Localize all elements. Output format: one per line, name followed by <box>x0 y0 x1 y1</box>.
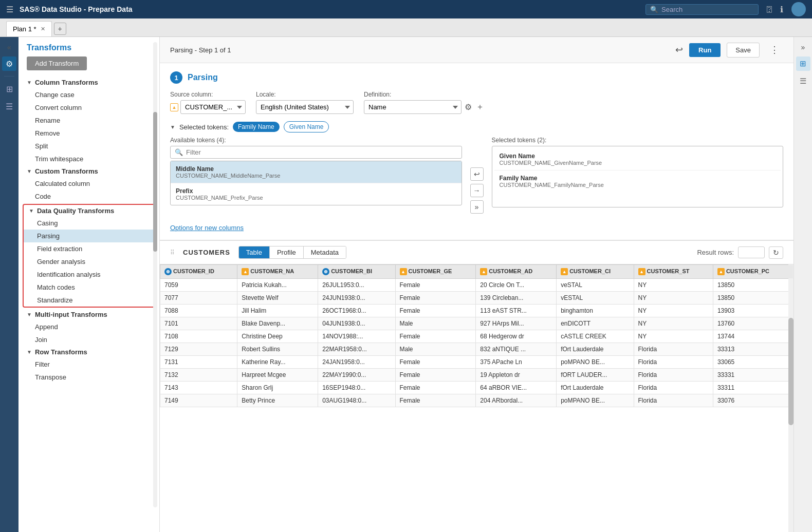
locale-select[interactable]: English (United States) <box>256 100 354 114</box>
sidebar-item[interactable]: Change case <box>19 88 159 101</box>
info-icon[interactable]: ℹ <box>780 5 783 14</box>
run-button[interactable]: Run <box>689 43 721 57</box>
col-header-customer-addr[interactable]: ▲CUSTOMER_AD <box>476 265 557 279</box>
move-left-button[interactable]: ↩ <box>470 167 484 181</box>
source-column-select[interactable]: CUSTOMER_... <box>180 100 246 114</box>
col-header-customer-post[interactable]: ▲CUSTOMER_PC <box>713 265 793 279</box>
refresh-button[interactable]: ↻ <box>769 246 783 259</box>
search-box[interactable]: 🔍 <box>645 4 759 15</box>
collapse-right-button[interactable]: » <box>799 41 807 53</box>
table-scrollbar[interactable] <box>788 264 793 532</box>
sidebar-item-transpose[interactable]: Transpose <box>19 371 159 384</box>
drag-handle-icon[interactable]: ⠿ <box>170 249 175 256</box>
table-icon[interactable]: ☰ <box>2 99 16 113</box>
add-definition-icon[interactable]: ＋ <box>475 102 485 112</box>
tab-metadata[interactable]: Metadata <box>304 246 346 258</box>
tab-add-button[interactable]: + <box>54 23 66 35</box>
settings-icon[interactable]: ⚙ <box>464 102 473 112</box>
selected-tokens-label2: Selected tokens (2): <box>492 137 784 144</box>
sidebar-section-column-transforms[interactable]: ▼ Column Transforms <box>19 77 159 88</box>
data-grid-icon[interactable]: ⊞ <box>2 82 16 96</box>
table-row[interactable]: 7131Katherine Ray...24JAN1958:0...Female… <box>160 356 793 369</box>
table-row[interactable]: 7059Patricia Kukah...26JUL1953:0...Femal… <box>160 279 793 292</box>
table-row[interactable]: 7129Robert Sullins22MAR1958:0...Male832 … <box>160 343 793 356</box>
table-row[interactable]: 7149Betty Prince03AUG1948:0...Female204 … <box>160 394 793 407</box>
result-rows-input[interactable]: 100 <box>738 246 765 258</box>
sidebar-item-identification-analysis[interactable]: Identification analysis <box>24 268 154 281</box>
sidebar-item[interactable]: Remove <box>19 127 159 140</box>
transforms-icon[interactable]: ⚙ <box>2 56 16 71</box>
tab-profile[interactable]: Profile <box>270 246 304 258</box>
options-link[interactable]: Options for new columns <box>170 224 244 232</box>
table-row[interactable]: 7108Christine Deep14NOV1988:...Female68 … <box>160 330 793 343</box>
sidebar-item[interactable]: Calculated column <box>19 177 159 190</box>
more-options-button[interactable]: ⋮ <box>766 42 783 58</box>
sidebar-section-multiinput-transforms[interactable]: ▼ Multi-input Transforms <box>19 309 159 320</box>
sidebar-item[interactable]: Trim whitespace <box>19 153 159 165</box>
table-cell: 7101 <box>160 317 237 330</box>
token-badge-given[interactable]: Given Name <box>284 121 329 132</box>
selected-token-given[interactable]: Given Name CUSTOMER_NAME_GivenName_Parse <box>494 148 781 170</box>
source-column-icon: ▲ <box>170 103 178 111</box>
sidebar-item-append[interactable]: Append <box>19 320 159 333</box>
sidebar-item-field-extraction[interactable]: Field extraction <box>24 242 154 255</box>
sidebar-item-match-codes[interactable]: Match codes <box>24 281 154 294</box>
selected-token-family[interactable]: Family Name CUSTOMER_NAME_FamilyName_Par… <box>494 170 781 192</box>
sidebar-item-casing[interactable]: Casing <box>24 217 154 230</box>
sidebar-section-row-transforms[interactable]: ▼ Row Transforms <box>19 346 159 358</box>
definition-select[interactable]: Name <box>364 100 462 114</box>
table-cell: NY <box>634 330 713 343</box>
menu-icon[interactable]: ☰ <box>6 5 13 14</box>
table-cell: 33311 <box>713 382 793 394</box>
col-header-customer-birt[interactable]: ⊕CUSTOMER_BI <box>318 265 395 279</box>
user-avatar[interactable] <box>791 2 806 16</box>
token-badge-family[interactable]: Family Name <box>233 122 280 132</box>
table-cell: 7143 <box>160 382 237 394</box>
undo-button[interactable]: ↩ <box>675 44 683 55</box>
search-input[interactable] <box>661 6 749 13</box>
save-button[interactable]: Save <box>727 43 760 58</box>
sidebar-item-parsing[interactable]: Parsing <box>24 230 154 242</box>
sidebar-item[interactable]: Code <box>19 190 159 203</box>
sidebar-item-filter[interactable]: Filter <box>19 358 159 371</box>
col-header-customer-id[interactable]: ⊕CUSTOMER_ID <box>160 265 237 279</box>
locale-group: Locale: English (United States) <box>256 91 354 114</box>
sidebar-item-standardize[interactable]: Standardize <box>24 294 154 307</box>
add-transform-button[interactable]: Add Transform <box>27 56 87 70</box>
table-row[interactable]: 7077Stevette Welf24JUN1938:0...Female139… <box>160 292 793 305</box>
move-right-button[interactable]: → <box>470 184 484 197</box>
table-row[interactable]: 7088Jill Halim26OCT1968:0...Female113 eA… <box>160 305 793 317</box>
token-filter-box[interactable]: 🔍 <box>170 146 462 159</box>
tab-table[interactable]: Table <box>239 246 270 258</box>
table-row[interactable]: 7132Harpreet Mcgee22MAY1990:0...Female19… <box>160 369 793 382</box>
sidebar-item[interactable]: Convert column <box>19 101 159 114</box>
table-row[interactable]: 7143Sharon Grlj16SEP1948:0...Female64 aR… <box>160 382 793 394</box>
sidebar-section-custom-transforms[interactable]: ▼ Custom Transforms <box>19 165 159 177</box>
sidebar-item[interactable]: Split <box>19 140 159 153</box>
token-item-middle-name[interactable]: Middle Name CUSTOMER_NAME_MiddleName_Par… <box>171 161 462 183</box>
tokens-collapse-icon[interactable]: ▼ <box>170 124 175 130</box>
help-icon[interactable]: ⍰ <box>767 5 772 14</box>
sidebar-scrollthumb[interactable] <box>153 112 157 252</box>
move-all-right-button[interactable]: » <box>470 200 484 214</box>
sidebar-section-dq-transforms[interactable]: ▼ Data Quality Transforms <box>24 205 154 217</box>
table-cell: 7129 <box>160 343 237 356</box>
col-header-customer-state[interactable]: ▲CUSTOMER_ST <box>634 265 713 279</box>
col-header-customer-name[interactable]: ▲CUSTOMER_NA <box>237 265 318 279</box>
col-header-customer-city[interactable]: ▲CUSTOMER_CI <box>557 265 634 279</box>
table-view-icon[interactable]: ☰ <box>796 74 810 88</box>
result-rows-label: Result rows: <box>697 249 734 256</box>
tab-plan1[interactable]: Plan 1 * ✕ <box>6 21 52 36</box>
col-header-customer-gender[interactable]: ▲CUSTOMER_GE <box>395 265 476 279</box>
grid-view-icon[interactable]: ⊞ <box>796 56 810 71</box>
token-filter-input[interactable] <box>186 148 457 156</box>
sidebar-item-join[interactable]: Join <box>19 333 159 346</box>
sidebar-item[interactable]: Rename <box>19 114 159 127</box>
sidebar-item-gender-analysis[interactable]: Gender analysis <box>24 255 154 268</box>
table-cell: fOrt Lauderdale <box>557 382 634 394</box>
tab-close-icon[interactable]: ✕ <box>41 26 45 32</box>
table-row[interactable]: 7101Blake Davenp...04JUN1938:0...Male927… <box>160 317 793 330</box>
token-item-prefix[interactable]: Prefix CUSTOMER_NAME_Prefix_Parse <box>171 183 462 205</box>
table-scrollbar-thumb[interactable] <box>788 318 793 425</box>
collapse-sidebar-button[interactable]: « <box>5 41 13 53</box>
